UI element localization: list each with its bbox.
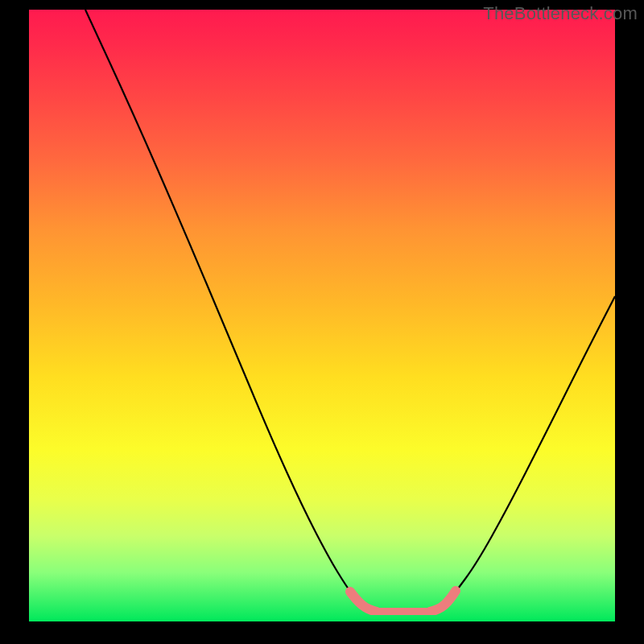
curve-black-left: [85, 10, 361, 605]
chart-curves-svg: [29, 10, 615, 615]
watermark-text: TheBottleneck.com: [483, 3, 638, 24]
curve-pink-right: [430, 591, 456, 612]
chart-plot-area: [29, 10, 615, 615]
curve-black-right: [444, 296, 615, 605]
curve-pink-left: [350, 592, 377, 612]
